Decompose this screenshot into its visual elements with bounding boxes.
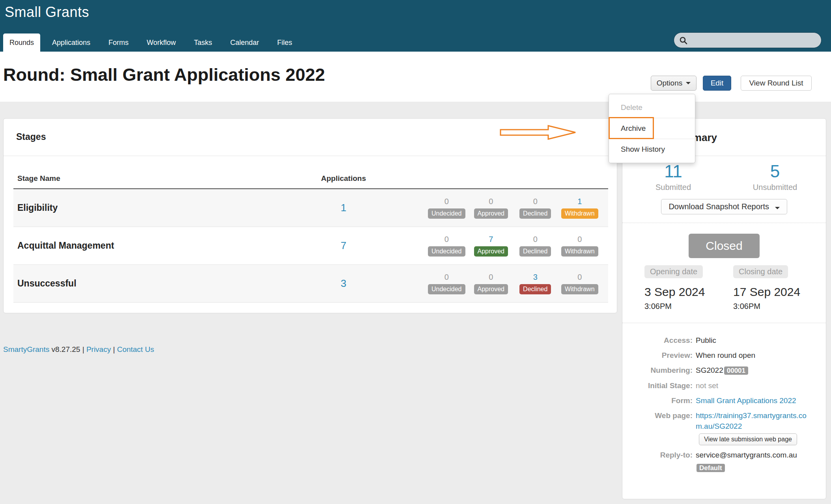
- status-badge-declined: Declined: [519, 208, 551, 219]
- stages-panel-title: Stages: [16, 132, 46, 142]
- detail-label: Web page:: [635, 410, 693, 445]
- stages-rows: Eligibility10Undecided0Approved0Declined…: [13, 189, 608, 303]
- status-badge-approved: Approved: [474, 246, 508, 257]
- round-status-badge: Closed: [689, 234, 760, 258]
- closing-date: Closing date17 Sep 20243:06PM: [733, 265, 822, 311]
- summary-details: Access:PublicPreview:When round openNumb…: [622, 323, 826, 473]
- detail-value[interactable]: Small Grant Applications 2022: [696, 396, 796, 405]
- detail-value: service@smartygrants.com.au: [696, 451, 797, 459]
- detail-label: Access:: [635, 335, 693, 346]
- detail-label: Form:: [635, 395, 693, 406]
- status-count-withdrawn[interactable]: 0: [558, 235, 602, 244]
- footer-product-link[interactable]: SmartyGrants: [3, 345, 49, 353]
- stages-table: Stage Name Applications Eligibility10Und…: [13, 156, 608, 303]
- stat-label: Submitted: [622, 183, 724, 192]
- view-late-submission-button[interactable]: View late submission web page: [699, 433, 797, 445]
- status-badge-undecided: Undecided: [428, 246, 465, 257]
- column-header-applications: Applications: [320, 174, 367, 183]
- tab-workflow[interactable]: Workflow: [140, 33, 182, 52]
- stat-submitted: 11Submitted: [622, 162, 724, 192]
- stat-count[interactable]: 11: [622, 162, 724, 181]
- search-box[interactable]: [674, 32, 822, 48]
- detail-row: Access:Public: [635, 335, 813, 346]
- status-badge-approved: Approved: [474, 284, 508, 294]
- tab-rounds[interactable]: Rounds: [3, 33, 40, 52]
- round-dates: Opening date3 Sep 20243:06PMClosing date…: [622, 258, 826, 311]
- edit-button[interactable]: Edit: [703, 76, 731, 91]
- view-round-list-button[interactable]: View Round List: [741, 76, 812, 91]
- options-button[interactable]: Options: [651, 76, 697, 91]
- menu-item-show-history[interactable]: Show History: [609, 139, 695, 160]
- status-badge-undecided: Undecided: [428, 284, 465, 294]
- view-round-list-label: View Round List: [749, 79, 803, 87]
- detail-label: Numbering:: [635, 365, 693, 376]
- stat-count[interactable]: 5: [724, 162, 826, 181]
- column-header-stage-name: Stage Name: [13, 174, 320, 183]
- status-count-declined[interactable]: 3: [513, 273, 558, 282]
- status-count-undecided[interactable]: 0: [424, 197, 469, 206]
- stage-name: Acquittal Management: [13, 240, 320, 251]
- stat-label: Unsubmitted: [724, 183, 826, 192]
- status-count-undecided[interactable]: 0: [424, 235, 469, 244]
- search-input[interactable]: [691, 33, 817, 47]
- date-value: 17 Sep 2024: [733, 285, 822, 299]
- status-count-approved[interactable]: 7: [469, 235, 514, 244]
- opening-date: Opening date3 Sep 20243:06PM: [644, 265, 733, 311]
- status-badge-declined: Declined: [519, 246, 551, 257]
- footer-link-privacy[interactable]: Privacy: [86, 345, 111, 353]
- date-chip: Opening date: [644, 265, 703, 278]
- stage-name: Eligibility: [13, 203, 320, 213]
- menu-item-archive[interactable]: Archive: [609, 118, 695, 139]
- status-badge-withdrawn: Withdrawn: [561, 246, 598, 257]
- download-snapshot-reports-label: Download Snapshot Reports: [669, 202, 769, 211]
- download-snapshot-reports-button[interactable]: Download Snapshot Reports: [661, 199, 787, 214]
- status-count-declined[interactable]: 0: [513, 197, 558, 206]
- status-count-approved[interactable]: 0: [469, 197, 514, 206]
- detail-value[interactable]: https://training37.smartygrants.com.au/S…: [696, 411, 807, 430]
- status-count-declined[interactable]: 0: [513, 235, 558, 244]
- tab-calendar[interactable]: Calendar: [224, 33, 265, 52]
- stage-name: Unsuccessful: [13, 278, 320, 289]
- stages-panel: Stages Stage Name Applications Eligibili…: [3, 118, 617, 313]
- tab-files[interactable]: Files: [271, 33, 299, 52]
- status-count-approved[interactable]: 0: [469, 273, 514, 282]
- status-badge-withdrawn: Withdrawn: [561, 284, 598, 294]
- stages-table-head: Stage Name Applications: [13, 156, 608, 189]
- tab-applications[interactable]: Applications: [46, 33, 97, 52]
- time-value: 3:06PM: [644, 302, 733, 311]
- detail-row: Web page:https://training37.smartygrants…: [635, 410, 813, 445]
- annotation-arrow-icon: [500, 125, 577, 140]
- detail-value: not set: [696, 381, 718, 390]
- status-count-undecided[interactable]: 0: [424, 273, 469, 282]
- detail-label: Initial Stage:: [635, 380, 693, 391]
- edit-button-label: Edit: [711, 79, 724, 87]
- default-badge: Default: [697, 464, 725, 472]
- tab-forms[interactable]: Forms: [102, 33, 135, 52]
- date-value: 3 Sep 2024: [644, 285, 733, 299]
- status-count-withdrawn[interactable]: 0: [558, 273, 602, 282]
- stage-applications-count-link[interactable]: 7: [341, 240, 346, 251]
- detail-row: Preview:When round open: [635, 350, 813, 361]
- caret-down-icon: [775, 207, 780, 209]
- stage-applications-count-link[interactable]: 1: [341, 202, 346, 214]
- options-button-label: Options: [657, 79, 682, 87]
- stat-unsubmitted: 5Unsubmitted: [724, 162, 826, 192]
- stage-row: Eligibility10Undecided0Approved0Declined…: [13, 189, 608, 227]
- tab-tasks[interactable]: Tasks: [188, 33, 218, 52]
- status-badge-withdrawn: Withdrawn: [561, 208, 598, 219]
- status-badge-approved: Approved: [474, 208, 508, 219]
- app-header: Small Grants RoundsApplicationsFormsWork…: [0, 0, 831, 52]
- options-menu: DeleteArchiveShow History: [609, 94, 695, 163]
- status-badge-undecided: Undecided: [428, 208, 465, 219]
- footer-link-contact-us[interactable]: Contact Us: [117, 345, 154, 353]
- numbering-badge: 00001: [724, 366, 748, 375]
- time-value: 3:06PM: [733, 302, 822, 311]
- detail-row: Reply-to:service@smartygrants.com.auDefa…: [635, 450, 813, 473]
- page-title: Round: Small Grant Applications 2022: [3, 65, 325, 85]
- status-count-withdrawn[interactable]: 1: [558, 197, 602, 206]
- menu-item-delete[interactable]: Delete: [609, 97, 695, 118]
- nav-tabs: RoundsApplicationsFormsWorkflowTasksCale…: [3, 33, 299, 52]
- stage-applications-count-link[interactable]: 3: [341, 277, 346, 289]
- stage-row: Unsuccessful30Undecided0Approved3Decline…: [13, 265, 608, 303]
- detail-label: Reply-to:: [635, 450, 693, 473]
